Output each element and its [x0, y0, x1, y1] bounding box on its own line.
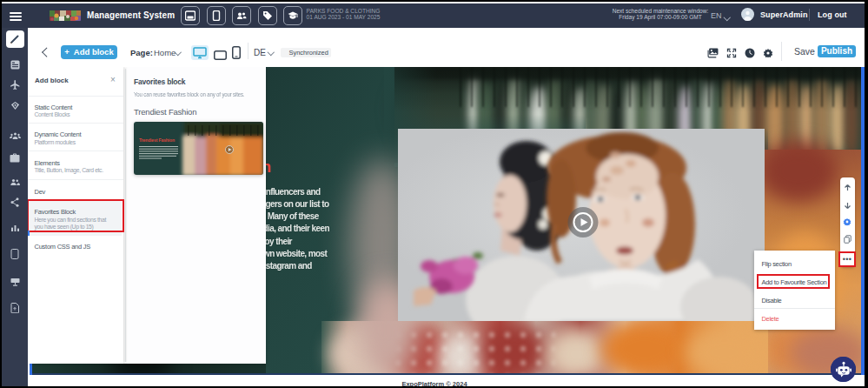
- svg-text:Trendiest Fashion: Trendiest Fashion: [139, 137, 175, 143]
